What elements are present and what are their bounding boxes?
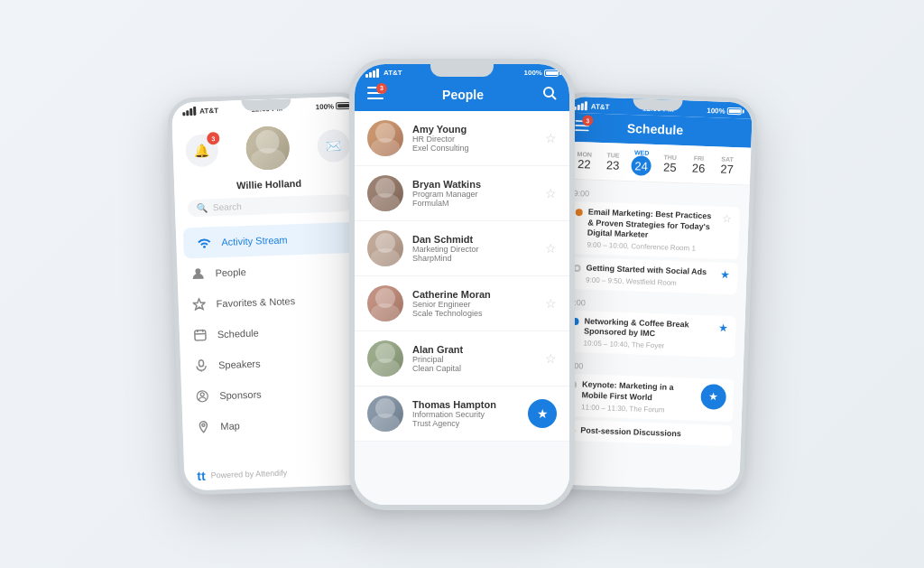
star-icon — [190, 295, 208, 312]
svg-rect-18 — [575, 129, 588, 131]
day-thu[interactable]: THU 25 — [655, 153, 684, 173]
star-networking[interactable]: ★ — [718, 321, 728, 333]
mic-icon — [193, 357, 210, 374]
person-info-alan: Alan Grant Principal Clean Capital — [412, 344, 536, 373]
message-icon[interactable]: ✉️ — [317, 128, 350, 162]
people-list: Amy Young HR Director Exel Consulting ☆ — [355, 111, 569, 505]
battery-1: 100% — [316, 101, 351, 110]
phone-schedule: AT&T 12:00 PM 100% 3 Sche — [545, 91, 757, 495]
avatar-bryan — [367, 175, 403, 211]
person-item-alan[interactable]: Alan Grant Principal Clean Capital ☆ — [355, 331, 569, 386]
avatar-catherine — [367, 285, 403, 321]
search-icon: 🔍 — [197, 202, 208, 212]
time-block-11: 11:00 Keynote: Marketing in a Mobile Fir… — [551, 357, 744, 452]
schedule-item-keynote[interactable]: Keynote: Marketing in a Mobile First Wor… — [561, 373, 735, 421]
day-tue[interactable]: TUE 23 — [598, 151, 627, 172]
person-info-thomas: Thomas Hampton Information Security Trus… — [412, 399, 519, 428]
avatar-amy — [367, 120, 403, 156]
person-title: Program Manager — [412, 190, 536, 199]
menu-button[interactable]: 3 — [367, 87, 383, 103]
phones-container: AT&T 12:00 PM 100% 🔔 3 — [0, 0, 924, 568]
person-name: Catherine Moran — [412, 289, 536, 300]
notch — [241, 98, 291, 111]
sidebar-item-map[interactable]: Map — [182, 405, 373, 442]
schedule-item-social-ads[interactable]: Getting Started with Social Ads 9:00 – 9… — [566, 256, 738, 293]
avatar-dan — [367, 230, 403, 266]
profile-row: 🔔 3 ✉️ — [185, 123, 351, 172]
search-placeholder: Search — [213, 201, 242, 212]
carrier-1: AT&T — [199, 106, 218, 115]
star-button-bryan[interactable]: ☆ — [545, 186, 557, 200]
schedule-label: Schedule — [217, 327, 259, 340]
person-info-bryan: Bryan Watkins Program Manager FormulaM — [412, 179, 536, 208]
signal-bars-3 — [574, 100, 587, 110]
avatar — [245, 126, 291, 171]
home-button-right[interactable] — [627, 492, 661, 495]
person-item-thomas[interactable]: Thomas Hampton Information Security Trus… — [355, 386, 569, 442]
profile-header: 🔔 3 ✉️ Willie Holland — [172, 112, 365, 224]
home-button[interactable] — [263, 492, 297, 495]
person-company: Clean Capital — [412, 364, 536, 373]
menu-footer: tt Powered by Attendify — [184, 455, 374, 490]
person-title: Information Security — [412, 410, 519, 419]
person-company: Scale Technologies — [412, 309, 536, 318]
person-circle-icon — [194, 387, 211, 405]
star-email-marketing[interactable]: ☆ — [722, 211, 732, 224]
person-item-bryan[interactable]: Bryan Watkins Program Manager FormulaM ☆ — [355, 166, 569, 221]
dot-orange — [576, 209, 583, 216]
person-company: FormulaM — [412, 199, 536, 208]
svg-marker-1 — [193, 298, 205, 309]
people-title: People — [442, 88, 484, 102]
location-icon — [195, 418, 212, 435]
schedule-content: 09:00 Email Marketing: Best Practices & … — [550, 179, 750, 490]
attendify-logo: tt — [197, 468, 206, 482]
person-company: Exel Consulting — [412, 144, 536, 153]
map-label: Map — [220, 420, 240, 432]
person-item-catherine[interactable]: Catherine Moran Senior Engineer Scale Te… — [355, 276, 569, 331]
battery-3: 100% — [707, 106, 742, 115]
svg-line-15 — [552, 96, 556, 99]
person-title: Marketing Director — [412, 245, 536, 254]
schedule-item-networking[interactable]: Networking & Coffee Break Sponsored by I… — [563, 310, 736, 358]
star-button-dan[interactable]: ☆ — [545, 241, 557, 256]
search-button[interactable] — [542, 86, 557, 104]
schedule-menu-button[interactable]: 3 — [575, 117, 590, 135]
avatar-alan — [367, 340, 403, 377]
notification-bell[interactable]: 🔔 3 — [185, 134, 218, 167]
footer-text: Powered by Attendify — [210, 468, 287, 480]
star-button-amy[interactable]: ☆ — [545, 131, 557, 145]
speakers-label: Speakers — [218, 358, 261, 370]
signal-bars: AT&T — [182, 105, 218, 115]
favorites-label: Favorites & Notes — [216, 295, 295, 309]
star-button-alan[interactable]: ☆ — [545, 351, 557, 366]
schedule-menu-badge: 3 — [582, 115, 593, 126]
svg-rect-2 — [195, 330, 206, 340]
carrier-3: AT&T — [591, 102, 610, 111]
star-social-ads[interactable]: ★ — [720, 267, 730, 280]
notification-badge: 3 — [207, 131, 219, 144]
profile-icons: 🔔 3 — [185, 134, 218, 167]
days-header: MON 22 TUE 23 WED 24 THU 25 FRI 26 — [560, 141, 751, 185]
person-info-dan: Dan Schmidt Marketing Director SharpMind — [412, 234, 536, 263]
person-title: HR Director — [412, 135, 536, 144]
people-label: People — [215, 266, 246, 278]
phone-people: AT&T 12:00 PM 100% 3 Peop — [349, 59, 575, 510]
star-keynote[interactable]: ★ — [700, 384, 726, 410]
schedule-item-post-session[interactable]: Post-session Discussions — [560, 419, 733, 446]
person-item-dan[interactable]: Dan Schmidt Marketing Director SharpMind… — [355, 221, 569, 276]
avatar-thomas — [367, 396, 403, 432]
calendar-icon — [192, 326, 209, 343]
notch-right — [633, 98, 682, 111]
person-company: SharpMind — [412, 254, 536, 263]
day-wed-today[interactable]: WED 24 — [627, 148, 657, 175]
person-item-amy[interactable]: Amy Young HR Director Exel Consulting ☆ — [355, 111, 569, 166]
day-fri[interactable]: FRI 26 — [684, 154, 713, 174]
star-button-catherine[interactable]: ☆ — [545, 296, 557, 311]
day-sat[interactable]: SAT 27 — [713, 154, 742, 175]
battery-2: 100% — [524, 69, 559, 77]
person-name: Thomas Hampton — [412, 399, 519, 410]
phone-menu: AT&T 12:00 PM 100% 🔔 3 — [167, 91, 379, 495]
star-button-thomas[interactable]: ★ — [528, 399, 557, 428]
search-box[interactable]: 🔍 Search — [188, 193, 353, 216]
schedule-item-email-marketing[interactable]: Email Marketing: Best Practices & Proven… — [567, 200, 740, 259]
